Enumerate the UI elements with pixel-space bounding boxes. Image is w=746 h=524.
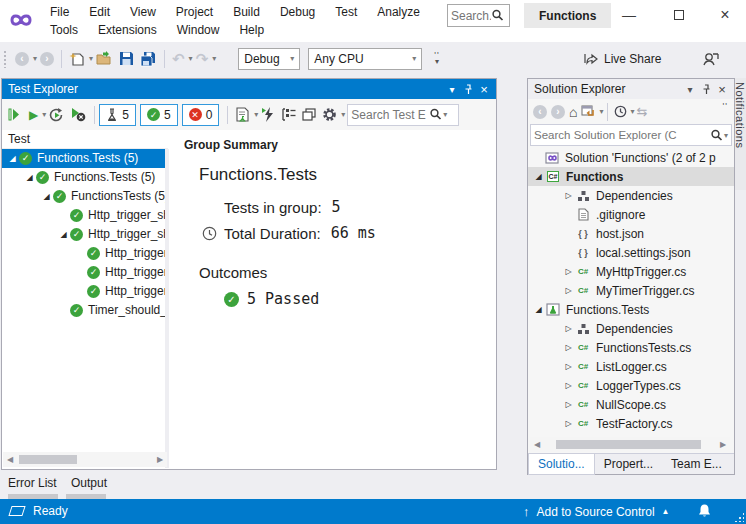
redo-dropdown-icon[interactable]: ▾ (212, 54, 216, 63)
failed-tests-filter[interactable]: ✕ 0 (182, 104, 220, 126)
menu-item-window[interactable]: Window (167, 20, 230, 40)
solution-tree-hscrollbar[interactable]: ◀ ▶ (530, 437, 730, 452)
solution-search-input[interactable] (534, 129, 710, 141)
expander-collapsed-icon[interactable]: ▷ (562, 343, 575, 352)
pin-icon[interactable] (460, 84, 476, 95)
minimize-button[interactable]: — (612, 2, 646, 28)
live-share-button[interactable]: Live Share (583, 42, 661, 75)
expander-expanded-icon[interactable]: ◢ (532, 172, 545, 181)
test-explorer-titlebar[interactable]: Test Explorer ▾ × (2, 79, 496, 99)
expander-collapsed-icon[interactable]: ▷ (562, 362, 575, 371)
test-tree-row[interactable]: ✓Timer_should_log_message (2, 301, 165, 320)
add-to-source-control-button[interactable]: ↑ Add to Source Control ▲ (523, 504, 670, 519)
expander-expanded-icon[interactable]: ◢ (532, 305, 545, 314)
solution-search-box[interactable]: ▾ (530, 124, 732, 146)
menu-item-edit[interactable]: Edit (79, 2, 120, 22)
navigate-forward-button[interactable]: › (37, 48, 57, 70)
toolbar-grip[interactable] (3, 50, 8, 68)
passed-tests-filter[interactable]: ✓ 5 (140, 104, 178, 126)
test-search-box[interactable]: ▾ (347, 104, 459, 126)
open-file-button[interactable] (93, 48, 116, 70)
window-position-icon[interactable]: ▾ (444, 84, 460, 95)
pending-changes-filter-button[interactable] (612, 101, 629, 123)
expander-collapsed-icon[interactable]: ▷ (562, 267, 575, 276)
background-tasks-icon[interactable] (8, 506, 25, 516)
switch-views-dropdown-icon[interactable]: ▾ (599, 107, 603, 116)
scroll-thumb[interactable] (556, 440, 701, 449)
scroll-right-icon[interactable]: ▶ (716, 440, 730, 449)
settings-dropdown-icon[interactable]: ▾ (341, 110, 345, 119)
panel-tab-propert[interactable]: Propert... (595, 454, 662, 475)
se-forward-button[interactable]: › (549, 101, 567, 123)
menu-item-analyze[interactable]: Analyze (367, 2, 430, 22)
menu-item-file[interactable]: File (40, 2, 79, 22)
solution-tree-row[interactable]: ◢Functions.Tests (528, 300, 734, 319)
expander-collapsed-icon[interactable]: ▷ (562, 419, 575, 428)
test-tree-row[interactable]: ✓Http_trigger_should_return_string (2, 282, 165, 301)
search-dropdown-icon[interactable]: ▾ (724, 131, 728, 140)
menu-item-view[interactable]: View (120, 2, 166, 22)
scroll-right-icon[interactable]: ▶ (153, 455, 167, 464)
close-icon[interactable]: × (714, 82, 730, 97)
test-tree-hscrollbar[interactable]: ◀ ▶ (3, 452, 167, 467)
solution-tree-row[interactable]: ◢C#Functions (528, 167, 734, 186)
window-position-icon[interactable]: ▾ (682, 84, 698, 95)
save-button[interactable] (116, 48, 137, 70)
close-button[interactable]: × (708, 2, 742, 28)
switch-views-button[interactable] (579, 101, 598, 123)
error-list-tab[interactable]: Error List (8, 476, 57, 490)
expander-expanded-icon[interactable]: ◢ (6, 149, 19, 168)
new-project-button[interactable] (66, 48, 88, 70)
test-tree-row[interactable]: ✓Http_trigger_should_return_known_string (2, 206, 165, 225)
solution-explorer-titlebar[interactable]: Solution Explorer ▾ × (528, 79, 734, 99)
test-tree-row[interactable]: ◢✓Functions.Tests (5) (2, 168, 165, 187)
test-tree-row[interactable]: ◢✓FunctionsTests (5) (2, 187, 165, 206)
solution-tree-row[interactable]: Solution 'Functions' (2 of 2 p (528, 148, 734, 167)
solution-tree-row[interactable]: { }local.settings.json (528, 243, 734, 262)
menu-item-tools[interactable]: Tools (40, 20, 88, 40)
solution-tree-row[interactable]: ▷C#FunctionsTests.cs (528, 338, 734, 357)
test-tree-row[interactable]: ✓Http_trigger_should_return_string (2, 244, 165, 263)
scroll-track[interactable] (544, 437, 716, 452)
run-dropdown-icon[interactable]: ▾ (42, 110, 46, 119)
home-button[interactable]: ⌂ (567, 101, 579, 123)
test-tree-row[interactable]: ✓Http_trigger_should_return_string (2, 263, 165, 282)
menu-item-build[interactable]: Build (223, 2, 270, 22)
solution-tree-row[interactable]: ▷C#LoggerTypes.cs (528, 376, 734, 395)
se-back-button[interactable]: ‹ (531, 101, 549, 123)
expander-expanded-icon[interactable]: ◢ (40, 187, 53, 206)
menu-item-extensions[interactable]: Extensions (88, 20, 167, 40)
show-hierarchy-button[interactable] (300, 104, 318, 126)
test-tree-row[interactable]: ◢✓Functions.Tests (5) (2, 149, 165, 168)
toolbar-overflow-button[interactable]: '' ▾ (434, 53, 439, 65)
scroll-thumb[interactable] (19, 455, 77, 464)
playlist-button[interactable] (233, 104, 252, 126)
search-dropdown-icon[interactable]: ▾ (443, 110, 447, 119)
solution-tree-row[interactable]: ▷C#MyHttpTrigger.cs (528, 262, 734, 281)
group-by-button[interactable] (279, 104, 298, 126)
navigate-back-button[interactable]: ‹ (12, 48, 32, 70)
scroll-left-icon[interactable]: ◀ (3, 455, 17, 464)
scroll-left-icon[interactable]: ◀ (530, 440, 544, 449)
playlist-dropdown-icon[interactable]: ▾ (254, 110, 258, 119)
resize-grip[interactable] (734, 512, 744, 522)
menu-item-help[interactable]: Help (229, 20, 274, 40)
run-failed-button[interactable] (259, 104, 277, 126)
test-column-header[interactable]: Test (2, 130, 168, 149)
cancel-run-button[interactable] (68, 104, 89, 126)
test-settings-button[interactable] (320, 104, 339, 126)
quick-launch-search[interactable] (447, 4, 510, 27)
notifications-bell-button[interactable] (697, 503, 712, 522)
menu-item-test[interactable]: Test (325, 2, 367, 22)
expander-collapsed-icon[interactable]: ▷ (562, 400, 575, 409)
test-search-input[interactable] (351, 108, 429, 122)
menu-item-debug[interactable]: Debug (270, 2, 325, 22)
se-overflow-icon[interactable]: '' (723, 101, 728, 111)
solution-tree-row[interactable]: ▷Dependencies (528, 186, 734, 205)
solution-platform-combo[interactable]: Any CPU ▾ (308, 48, 422, 70)
expander-collapsed-icon[interactable]: ▷ (562, 191, 575, 200)
panel-tab-teame[interactable]: Team E... (662, 454, 731, 475)
redo-button[interactable]: ↷ (193, 48, 212, 70)
quick-launch-input[interactable] (451, 9, 491, 23)
maximize-button[interactable] (662, 2, 696, 28)
